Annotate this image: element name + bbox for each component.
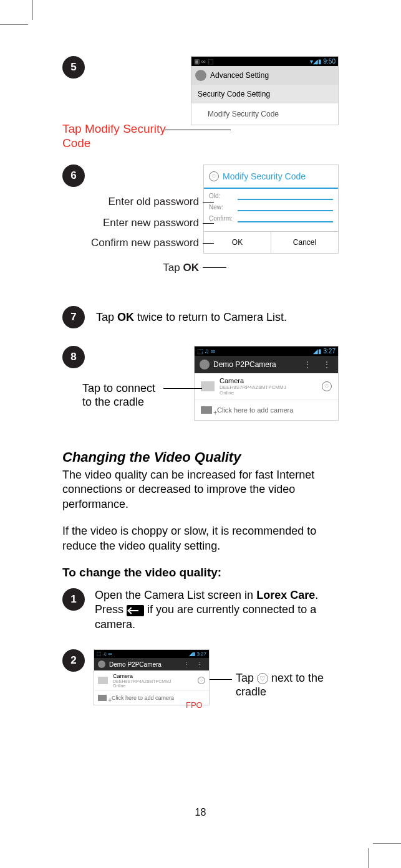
step-1: 1 Open the Camera List screen in Lorex C… xyxy=(62,588,339,632)
enter-old-password-label: Enter old password xyxy=(108,196,199,208)
menu-icon[interactable]: ⋮ ⋮ xyxy=(304,360,333,369)
new-password-field: New: xyxy=(204,200,338,211)
screenshot-modify-security-code: ♡ Modify Security Code Old: New: Confirm… xyxy=(203,165,339,254)
old-password-field: Old: xyxy=(204,189,338,200)
settings-icon[interactable]: ♡ xyxy=(198,677,205,684)
callout-line xyxy=(203,267,226,268)
crop-mark xyxy=(32,0,33,20)
step-5: 5 ▣ ∞ ⬚ ▾◢▮ 9:50 Advanced Setting Securi… xyxy=(62,56,339,150)
step-2: 2 ⬚ ♫ ∞ ◢▮ 3:27 Demo P2PCamera ⋮ ⋮ Camer… xyxy=(62,649,339,724)
section-paragraph-1: The video quality can be increased for f… xyxy=(62,468,339,512)
globe-icon xyxy=(200,360,210,370)
new-password-input[interactable] xyxy=(238,203,333,211)
step-1-pre: Open the Camera List screen in xyxy=(95,589,256,601)
step-1-bold: Lorex Care xyxy=(256,589,315,601)
callout-line xyxy=(163,388,202,389)
settings-icon[interactable]: ♡ xyxy=(322,381,332,391)
status-left-icons: ⬚ ♫ ∞ xyxy=(197,348,215,355)
camera-id: DEEH9S7RP4AZ8MTPCMMJ xyxy=(113,679,193,684)
step-8-instruction: Tap to connect to the cradle xyxy=(82,382,155,409)
camera-status: Online xyxy=(113,684,193,688)
step-1-instruction: Open the Camera List screen in Lorex Car… xyxy=(95,588,339,632)
step-7-bold: OK xyxy=(117,311,134,323)
camera-icon xyxy=(98,695,107,701)
camera-name: Camera xyxy=(220,377,317,384)
status-left-icons: ⬚ ♫ ∞ xyxy=(97,651,112,657)
dialog-header: ♡ Modify Security Code xyxy=(204,165,338,189)
camera-name: Camera xyxy=(113,673,193,679)
app-title: Demo P2PCamera xyxy=(213,360,276,369)
app-header: Demo P2PCamera ⋮ ⋮ xyxy=(94,658,209,670)
dialog-buttons: OK Cancel xyxy=(204,231,338,253)
tap-ok-label: Tap OK xyxy=(163,262,199,274)
chevron-circle-icon: ♡ xyxy=(257,673,268,684)
callout-line xyxy=(203,243,214,244)
callout-line xyxy=(203,202,214,203)
section-paragraph-2: If the video is choppy or slow, it is re… xyxy=(62,524,339,553)
android-status-bar: ⬚ ♫ ∞ ◢▮ 3:27 xyxy=(195,346,338,356)
old-password-input[interactable] xyxy=(238,191,333,200)
section-heading: Changing the Video Quality xyxy=(62,449,339,465)
cancel-button[interactable]: Cancel xyxy=(271,232,338,253)
app-header: Demo P2PCamera ⋮ ⋮ xyxy=(195,356,338,373)
ok-button[interactable]: OK xyxy=(204,232,271,253)
new-label: New: xyxy=(209,204,234,211)
camera-id: DEEH9S7RP4AZ8MTPCMMJ xyxy=(220,384,317,390)
camera-thumbnail xyxy=(201,381,215,391)
advanced-setting-title: Advanced Setting xyxy=(210,71,269,80)
page-content: 5 ▣ ∞ ⬚ ▾◢▮ 9:50 Advanced Setting Securi… xyxy=(62,56,339,818)
step-number-5: 5 xyxy=(62,56,85,79)
tap-ok-pre: Tap xyxy=(163,262,183,274)
confirm-password-input[interactable] xyxy=(238,214,333,222)
advanced-setting-header: Advanced Setting xyxy=(191,66,338,85)
status-left-icons: ▣ ∞ ⬚ xyxy=(194,58,213,65)
app-title: Demo P2PCamera xyxy=(109,661,162,668)
camera-info: Camera DEEH9S7RP4AZ8MTPCMMJ Online xyxy=(220,377,317,396)
add-camera-row[interactable]: Click here to add camera xyxy=(195,400,338,420)
step-5-instruction: Tap Modify Security Code xyxy=(62,122,166,151)
wifi-icon: ▾◢▮ xyxy=(310,58,322,65)
camera-info: Camera DEEH9S7RP4AZ8MTPCMMJ Online xyxy=(113,673,193,688)
menu-icon[interactable]: ⋮ ⋮ xyxy=(183,661,205,668)
camera-icon xyxy=(201,406,212,414)
step-7-pre: Tap xyxy=(96,311,117,323)
step-number-7: 7 xyxy=(62,306,85,328)
step-6: 6 ♡ Modify Security Code Old: New: Confi… xyxy=(62,165,339,280)
crop-mark xyxy=(0,24,28,25)
step-number-8: 8 xyxy=(62,346,85,368)
fpo-label: FPO xyxy=(186,700,203,710)
camera-status: Online xyxy=(220,390,317,396)
step-2-pre: Tap xyxy=(236,672,257,684)
crop-mark xyxy=(368,848,369,868)
screenshot-camera-list-small: ⬚ ♫ ∞ ◢▮ 3:27 Demo P2PCamera ⋮ ⋮ Camera … xyxy=(94,649,210,705)
signal-icon: ◢▮ xyxy=(313,348,322,355)
page-number: 18 xyxy=(195,807,206,818)
status-time: 3:27 xyxy=(196,651,206,657)
camera-list-item[interactable]: Camera DEEH9S7RP4AZ8MTPCMMJ Online ♡ xyxy=(94,670,209,691)
callout-line xyxy=(203,223,214,224)
status-time: 3:27 xyxy=(324,348,336,355)
modify-security-code-item[interactable]: Modify Security Code xyxy=(191,103,338,125)
screenshot-camera-list: ⬚ ♫ ∞ ◢▮ 3:27 Demo P2PCamera ⋮ ⋮ Camera … xyxy=(194,346,339,421)
dialog-title: Modify Security Code xyxy=(223,171,306,181)
step-2-instruction: Tap ♡ next to the cradle xyxy=(236,672,339,699)
android-status-bar: ⬚ ♫ ∞ ◢▮ 3:27 xyxy=(94,650,209,658)
confirm-label: Confirm: xyxy=(209,215,234,222)
heart-icon: ♡ xyxy=(209,171,219,181)
back-icon xyxy=(127,605,144,616)
security-code-section-label: Security Code Setting xyxy=(191,85,338,103)
add-camera-label: Click here to add camera xyxy=(217,406,293,414)
camera-list-item[interactable]: Camera DEEH9S7RP4AZ8MTPCMMJ Online ♡ xyxy=(195,373,338,400)
globe-icon xyxy=(98,661,105,668)
old-label: Old: xyxy=(209,193,234,199)
step-7-instruction: Tap OK twice to return to Camera List. xyxy=(96,311,287,324)
android-status-bar: ▣ ∞ ⬚ ▾◢▮ 9:50 xyxy=(191,57,338,66)
step-number-1: 1 xyxy=(62,588,85,611)
step-8: 8 ⬚ ♫ ∞ ◢▮ 3:27 Demo P2PCamera ⋮ ⋮ Camer… xyxy=(62,346,339,433)
subsection-heading: To change the video quality: xyxy=(62,566,339,579)
screenshot-advanced-setting: ▣ ∞ ⬚ ▾◢▮ 9:50 Advanced Setting Security… xyxy=(191,56,339,125)
tap-ok-bold: OK xyxy=(183,262,200,274)
status-time: 9:50 xyxy=(324,58,336,65)
enter-new-password-label: Enter new password xyxy=(103,217,199,229)
signal-icon: ◢▮ xyxy=(189,651,195,657)
